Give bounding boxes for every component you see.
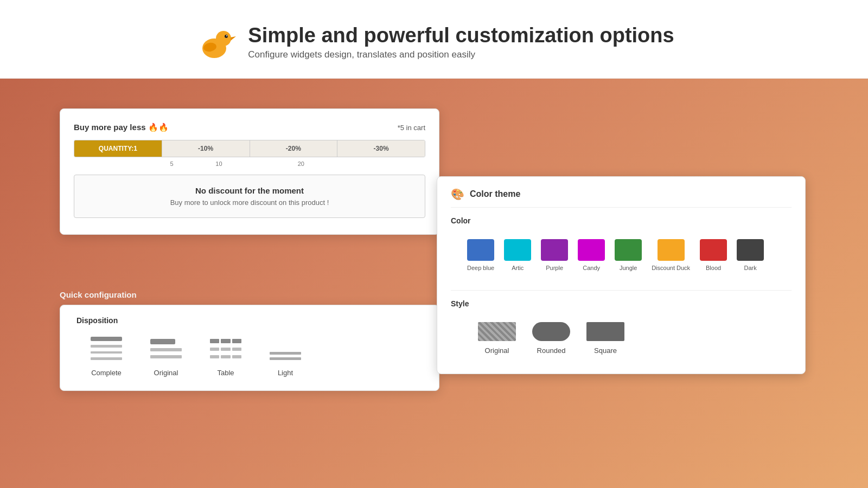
original-style-label: Original <box>485 346 509 355</box>
header-title: Simple and powerful customization option… <box>248 24 674 47</box>
disp-item-table[interactable]: Table <box>207 333 245 377</box>
swatch-label: Discount Duck <box>652 265 690 271</box>
qty-labels: 5 10 20 <box>74 160 425 167</box>
rounded-shape-icon <box>532 322 570 341</box>
swatch-color-box <box>467 239 494 261</box>
swatch-candy[interactable]: Candy <box>578 239 605 271</box>
swatch-label: Candy <box>583 265 600 271</box>
header-section: Simple and powerful customization option… <box>0 0 868 79</box>
quick-config-panel: Quick configuration Disposition Complete <box>60 290 439 391</box>
disp-item-complete[interactable]: Complete <box>87 333 125 377</box>
swatch-color-box <box>578 239 605 261</box>
svg-marker-2 <box>231 36 236 41</box>
complete-label: Complete <box>91 369 122 377</box>
widget-header: Buy more pay less 🔥🔥 *5 in cart <box>74 123 425 132</box>
config-card: Disposition Complete <box>60 305 439 391</box>
swatch-color-box <box>700 239 727 261</box>
disposition-title: Disposition <box>76 316 423 325</box>
swatch-artic[interactable]: Artic <box>504 239 531 271</box>
style-item-rounded[interactable]: Rounded <box>532 322 570 355</box>
swatch-label: Purple <box>546 265 563 271</box>
svg-point-4 <box>226 35 227 36</box>
table-icon <box>207 333 245 363</box>
square-shape-icon <box>586 322 624 341</box>
buy-more-label: Buy more pay less 🔥🔥 <box>74 123 169 132</box>
color-swatches: Deep blueArticPurpleCandyJungleDiscount … <box>451 234 792 277</box>
swatch-color-box <box>615 239 642 261</box>
color-panel-header: 🎨 Color theme <box>451 188 792 208</box>
style-item-square[interactable]: Square <box>586 322 624 355</box>
swatch-jungle[interactable]: Jungle <box>615 239 642 271</box>
duck-logo-icon <box>194 20 237 63</box>
swatch-deep-blue[interactable]: Deep blue <box>467 239 494 271</box>
complete-icon <box>87 333 125 363</box>
quantity-bar: QUANTITY:1 -10% -20% -30% <box>74 140 425 157</box>
swatch-label: Jungle <box>620 265 637 271</box>
color-panel-title: Color theme <box>470 189 520 199</box>
rounded-style-label: Rounded <box>537 346 566 355</box>
color-theme-panel: 🎨 Color theme Color Deep blueArticPurple… <box>437 176 806 374</box>
light-label: Light <box>278 369 293 377</box>
swatch-purple[interactable]: Purple <box>541 239 568 271</box>
disposition-options: Complete Original <box>76 333 423 377</box>
qty-cell-1[interactable]: QUANTITY:1 <box>74 140 162 157</box>
swatch-color-box <box>541 239 568 261</box>
palette-icon: 🎨 <box>451 188 464 201</box>
original-label: Original <box>154 369 178 377</box>
light-icon <box>266 333 304 363</box>
swatch-label: Deep blue <box>467 265 494 271</box>
main-background: Buy more pay less 🔥🔥 *5 in cart QUANTITY… <box>0 79 868 488</box>
swatch-label: Dark <box>744 265 756 271</box>
table-label: Table <box>217 369 234 377</box>
widget-panel: Buy more pay less 🔥🔥 *5 in cart QUANTITY… <box>60 108 439 235</box>
swatch-dark[interactable]: Dark <box>737 239 764 271</box>
style-options: Original Rounded Square <box>451 317 792 360</box>
qty-cell-30[interactable]: -30% <box>337 140 425 157</box>
style-section-label: Style <box>451 299 792 308</box>
no-discount-sub: Buy more to unlock more discount on this… <box>85 198 414 207</box>
swatch-color-box <box>737 239 764 261</box>
qty-label-20: 20 <box>260 160 342 167</box>
original-shape-icon <box>478 322 516 341</box>
swatch-color-box <box>504 239 531 261</box>
original-icon <box>147 333 185 363</box>
header-text: Simple and powerful customization option… <box>248 24 674 60</box>
swatch-label: Artic <box>512 265 524 271</box>
style-section: Style Original Rounded Square <box>451 290 792 360</box>
svg-point-3 <box>225 35 228 38</box>
header-subtitle: Configure widgets design, translates and… <box>248 49 674 60</box>
swatch-label: Blood <box>706 265 721 271</box>
no-discount-title: No discount for the moment <box>85 186 414 195</box>
swatch-blood[interactable]: Blood <box>700 239 727 271</box>
svg-point-1 <box>216 31 231 46</box>
style-item-original[interactable]: Original <box>478 322 516 355</box>
color-section-label: Color <box>451 216 792 225</box>
qty-cell-20[interactable]: -20% <box>250 140 338 157</box>
swatch-discount-duck[interactable]: Discount Duck <box>652 239 690 271</box>
square-style-label: Square <box>594 346 617 355</box>
qty-label-10: 10 <box>178 160 260 167</box>
cart-count: *5 in cart <box>398 124 425 132</box>
logo-area <box>194 20 237 63</box>
qty-label-end <box>342 160 424 167</box>
swatch-color-box <box>658 239 685 261</box>
discount-box: No discount for the moment Buy more to u… <box>74 175 425 218</box>
qty-cell-10[interactable]: -10% <box>162 140 250 157</box>
config-section-title: Quick configuration <box>60 290 439 299</box>
qty-label-5: 5 <box>75 160 178 167</box>
disp-item-light[interactable]: Light <box>266 333 304 377</box>
disp-item-original[interactable]: Original <box>147 333 185 377</box>
